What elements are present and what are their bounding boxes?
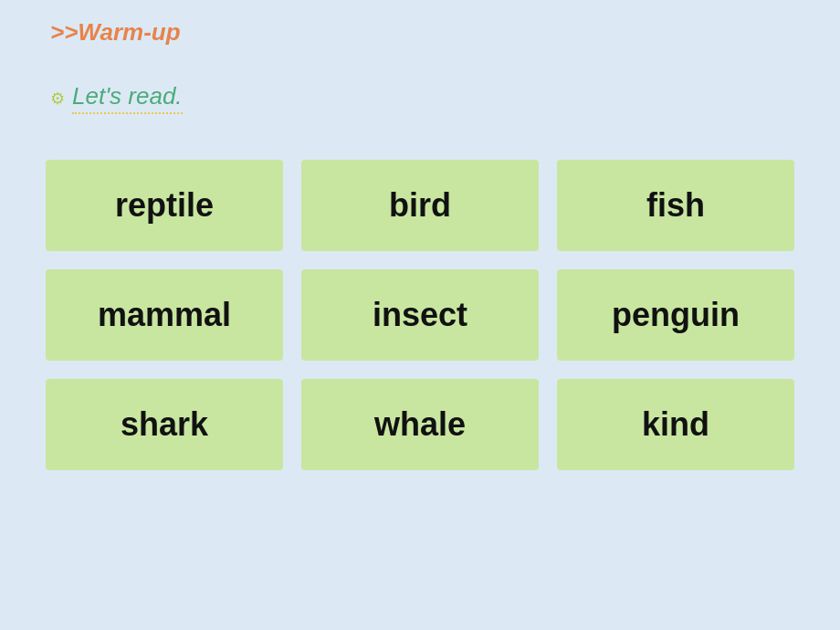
word-card-shark[interactable]: shark (46, 379, 283, 470)
word-card-kind[interactable]: kind (557, 379, 794, 470)
subtitle-text: Let's read. (72, 82, 183, 114)
word-label-fish: fish (646, 186, 705, 225)
word-card-bird[interactable]: bird (301, 160, 539, 251)
word-label-reptile: reptile (115, 186, 214, 225)
word-label-penguin: penguin (612, 296, 740, 334)
gear-icon: ⚙ (50, 89, 65, 109)
word-card-insect[interactable]: insect (301, 269, 539, 361)
word-label-insect: insect (373, 296, 467, 334)
word-label-mammal: mammal (98, 296, 231, 334)
word-label-kind: kind (642, 405, 709, 444)
word-label-whale: whale (374, 405, 466, 444)
word-grid: reptilebirdfishmammalinsectpenguinsharkw… (27, 160, 813, 470)
word-card-fish[interactable]: fish (557, 160, 794, 251)
word-card-whale[interactable]: whale (301, 379, 539, 470)
word-label-shark: shark (121, 405, 208, 444)
word-card-penguin[interactable]: penguin (557, 269, 794, 361)
header-title: >>Warm-up (50, 18, 181, 47)
word-label-bird: bird (389, 186, 451, 225)
word-card-reptile[interactable]: reptile (46, 160, 283, 251)
word-card-mammal[interactable]: mammal (46, 269, 283, 361)
subtitle-row: ⚙ Let's read. (50, 82, 183, 114)
